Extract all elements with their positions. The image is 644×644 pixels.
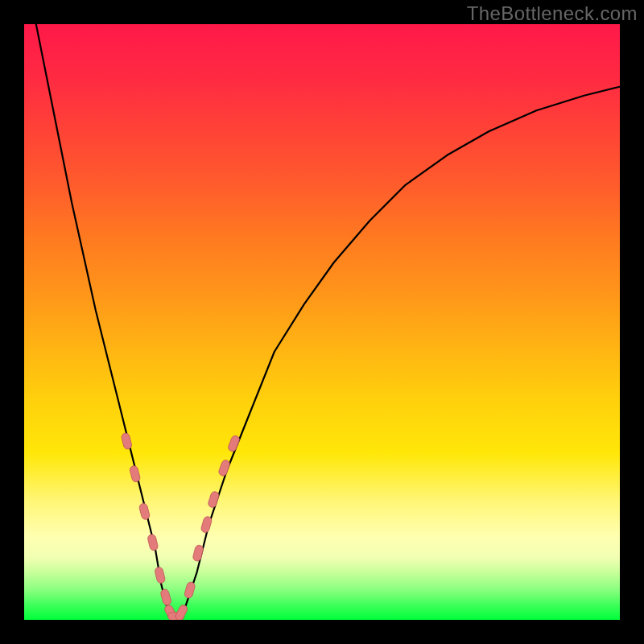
curve-marker bbox=[174, 604, 188, 620]
curve-marker bbox=[147, 534, 159, 551]
curve-marker bbox=[208, 490, 221, 508]
curve-marker bbox=[192, 544, 204, 562]
plot-area bbox=[24, 24, 620, 620]
curve-marker bbox=[121, 432, 133, 450]
curve-marker bbox=[227, 435, 241, 452]
curve-marker bbox=[129, 465, 141, 483]
marker-layer bbox=[24, 24, 620, 620]
curve-marker bbox=[160, 588, 172, 606]
attribution-label: TheBottleneck.com bbox=[467, 2, 638, 25]
curve-marker bbox=[184, 581, 196, 599]
chart-frame: TheBottleneck.com bbox=[0, 0, 644, 644]
curve-marker bbox=[155, 567, 166, 584]
marker-group bbox=[121, 432, 241, 620]
curve-marker bbox=[218, 459, 231, 477]
curve-marker bbox=[138, 502, 151, 520]
curve-marker bbox=[200, 516, 213, 534]
